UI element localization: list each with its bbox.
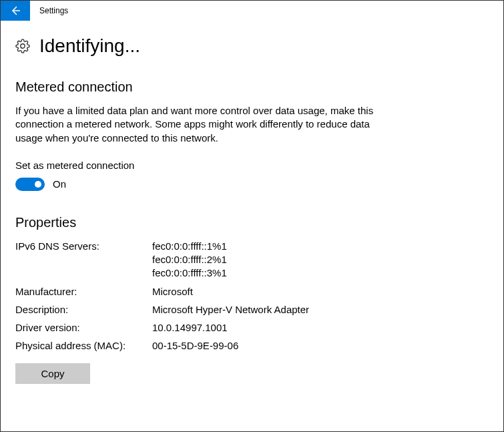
property-label: Description:	[15, 303, 152, 316]
arrow-left-icon	[10, 5, 21, 16]
property-label: Physical address (MAC):	[15, 339, 152, 353]
metered-heading: Metered connection	[15, 79, 489, 95]
property-value: Microsoft Hyper-V Network Adapter	[152, 303, 309, 316]
metered-toggle[interactable]	[15, 178, 45, 191]
property-label: Driver version:	[15, 321, 152, 335]
window-titlebar: Settings	[1, 1, 503, 21]
property-value: 00-15-5D-9E-99-06	[152, 339, 238, 353]
property-row: Description:Microsoft Hyper-V Network Ad…	[15, 303, 489, 316]
toggle-knob	[35, 181, 41, 188]
property-value: 10.0.14997.1001	[152, 321, 228, 335]
property-value: fec0:0:0:ffff::1%1 fec0:0:0:ffff::2%1 fe…	[152, 240, 227, 280]
metered-description: If you have a limited data plan and want…	[15, 104, 389, 145]
gear-icon	[15, 39, 30, 53]
properties-list: IPv6 DNS Servers:fec0:0:0:ffff::1%1 fec0…	[15, 240, 489, 353]
back-button[interactable]	[1, 1, 30, 21]
copy-button[interactable]: Copy	[15, 363, 90, 384]
page-title: Identifying...	[39, 35, 140, 57]
property-label: IPv6 DNS Servers:	[15, 240, 152, 280]
metered-toggle-label: Set as metered connection	[15, 160, 489, 171]
property-row: Physical address (MAC):00-15-5D-9E-99-06	[15, 339, 489, 353]
property-row: Manufacturer:Microsoft	[15, 285, 489, 298]
property-value: Microsoft	[152, 285, 193, 298]
metered-toggle-state: On	[53, 178, 66, 190]
property-row: IPv6 DNS Servers:fec0:0:0:ffff::1%1 fec0…	[15, 240, 489, 280]
properties-heading: Properties	[15, 215, 489, 230]
app-name: Settings	[39, 6, 68, 15]
property-label: Manufacturer:	[15, 285, 152, 298]
page-header: Identifying...	[15, 35, 489, 57]
property-row: Driver version:10.0.14997.1001	[15, 321, 489, 335]
